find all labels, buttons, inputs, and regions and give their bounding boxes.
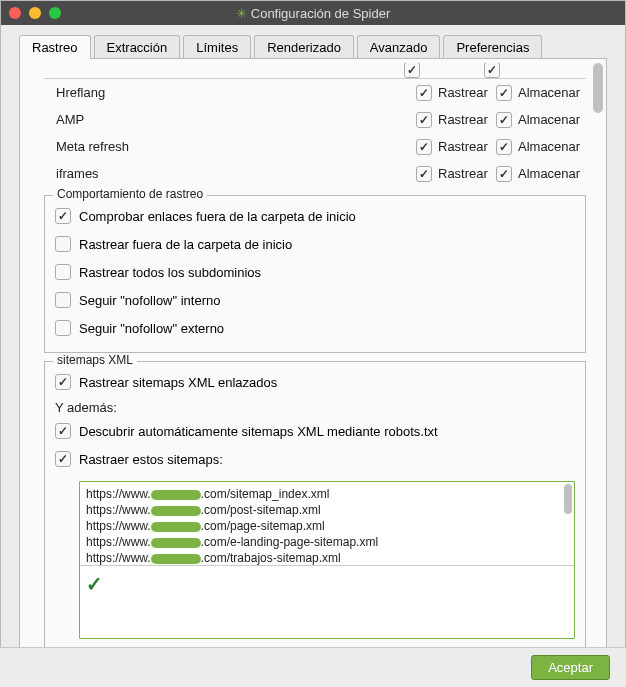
sitemap-url-list[interactable]: https://www..com/sitemap_index.xmlhttps:…	[80, 482, 574, 566]
checkbox-label: Rastrear fuera de la carpeta de inicio	[79, 237, 292, 252]
checkbox-label: Seguir "nofollow" externo	[79, 321, 224, 336]
rastrear-checkbox[interactable]	[416, 166, 432, 182]
almacenar-checkbox[interactable]	[496, 139, 512, 155]
checkbox[interactable]	[404, 63, 420, 78]
rastrear-checkbox[interactable]	[416, 85, 432, 101]
sitemap-url[interactable]: https://www..com/page-sitemap.xml	[86, 518, 568, 534]
link-type-row: HreflangRastrearAlmacenar	[56, 79, 588, 106]
cutoff-section: x	[44, 63, 586, 79]
behavior-checkbox[interactable]	[55, 320, 71, 336]
rastrear-label: Rastrear	[438, 166, 490, 181]
behavior-option-row: Comprobar enlaces fuera de la carpeta de…	[55, 202, 575, 230]
main-scrollbar[interactable]	[592, 63, 604, 647]
almacenar-label: Almacenar	[518, 85, 588, 100]
behavior-option-row: Seguir "nofollow" externo	[55, 314, 575, 342]
behavior-checkbox[interactable]	[55, 208, 71, 224]
link-type-label: Hreflang	[56, 85, 416, 100]
check-icon: ✓	[86, 573, 103, 595]
link-type-row: Meta refreshRastrearAlmacenar	[56, 133, 588, 160]
link-type-row: AMPRastrearAlmacenar	[56, 106, 588, 133]
fieldset-legend: Comportamiento de rastreo	[53, 187, 207, 201]
tab-renderizado[interactable]: Renderizado	[254, 35, 354, 59]
rastrear-label: Rastrear	[438, 139, 490, 154]
redacted-domain	[151, 506, 201, 516]
tab-rastreo[interactable]: Rastreo	[19, 35, 91, 59]
checkbox-label: Rastraer estos sitemaps:	[79, 452, 223, 467]
tab-avanzado[interactable]: Avanzado	[357, 35, 441, 59]
link-type-label: Meta refresh	[56, 139, 416, 154]
behavior-checkbox[interactable]	[55, 236, 71, 252]
accept-button[interactable]: Aceptar	[531, 655, 610, 680]
window-title: ✳Configuración de Spider	[236, 6, 390, 21]
sitemap-url[interactable]: https://www..com/post-sitemap.xml	[86, 502, 568, 518]
tab-extracción[interactable]: Extracción	[94, 35, 181, 59]
redacted-domain	[151, 538, 201, 548]
sitemap-url[interactable]: https://www..com/trabajos-sitemap.xml	[86, 550, 568, 566]
redacted-domain	[151, 490, 201, 500]
almacenar-label: Almacenar	[518, 112, 588, 127]
rastrear-label: Rastrear	[438, 85, 490, 100]
tab-límites[interactable]: Límites	[183, 35, 251, 59]
crawl-linked-sitemaps-checkbox[interactable]	[55, 374, 71, 390]
checkbox-label: Rastrear sitemaps XML enlazados	[79, 375, 277, 390]
tab-bar: RastreoExtracciónLímitesRenderizadoAvanz…	[1, 25, 625, 59]
dialog-footer: Aceptar	[0, 647, 626, 687]
sitemap-urls-box: https://www..com/sitemap_index.xmlhttps:…	[79, 481, 575, 639]
behavior-option-row: Seguir "nofollow" interno	[55, 286, 575, 314]
link-type-label: AMP	[56, 112, 416, 127]
sitemap-validation-area[interactable]: ✓	[80, 566, 574, 638]
fieldset-legend: sitemaps XML	[53, 353, 137, 367]
behavior-checkbox[interactable]	[55, 264, 71, 280]
behavior-option-row: Rastrear todos los subdominios	[55, 258, 575, 286]
minimize-window-icon[interactable]	[29, 7, 41, 19]
crawl-these-sitemaps-checkbox[interactable]	[55, 451, 71, 467]
almacenar-label: Almacenar	[518, 139, 588, 154]
checkbox-label: Seguir "nofollow" interno	[79, 293, 220, 308]
crawl-behavior-fieldset: Comportamiento de rastreo Comprobar enla…	[44, 195, 586, 353]
rastrear-label: Rastrear	[438, 112, 490, 127]
scrollbar[interactable]	[562, 484, 572, 563]
redacted-domain	[151, 554, 201, 564]
almacenar-checkbox[interactable]	[496, 112, 512, 128]
link-types-list: HreflangRastrearAlmacenarAMPRastrearAlma…	[20, 79, 590, 187]
discover-robots-checkbox[interactable]	[55, 423, 71, 439]
sitemaps-fieldset: sitemaps XML Rastrear sitemaps XML enlaz…	[44, 361, 586, 651]
checkbox-label: Comprobar enlaces fuera de la carpeta de…	[79, 209, 356, 224]
almacenar-label: Almacenar	[518, 166, 588, 181]
link-type-row: iframesRastrearAlmacenar	[56, 160, 588, 187]
scrollbar-thumb[interactable]	[564, 484, 572, 514]
traffic-lights	[9, 7, 61, 19]
rastrear-checkbox[interactable]	[416, 139, 432, 155]
almacenar-checkbox[interactable]	[496, 85, 512, 101]
sitemap-url[interactable]: https://www..com/sitemap_index.xml	[86, 486, 568, 502]
rastrear-checkbox[interactable]	[416, 112, 432, 128]
behavior-option-row: Rastrear fuera de la carpeta de inicio	[55, 230, 575, 258]
tab-preferencias[interactable]: Preferencias	[443, 35, 542, 59]
checkbox-label: Rastrear todos los subdominios	[79, 265, 261, 280]
also-label: Y además:	[55, 400, 575, 415]
sitemap-url[interactable]: https://www..com/e-landing-page-sitemap.…	[86, 534, 568, 550]
scrollbar-thumb[interactable]	[593, 63, 603, 113]
tab-content: x HreflangRastrearAlmacenarAMPRastrearAl…	[19, 58, 607, 652]
maximize-window-icon[interactable]	[49, 7, 61, 19]
close-window-icon[interactable]	[9, 7, 21, 19]
checkbox-label: Descubrir automáticamente sitemaps XML m…	[79, 424, 438, 439]
link-type-label: iframes	[56, 166, 416, 181]
behavior-checkbox[interactable]	[55, 292, 71, 308]
spider-icon: ✳	[236, 6, 247, 21]
window-titlebar: ✳Configuración de Spider	[1, 1, 625, 25]
checkbox[interactable]	[484, 63, 500, 78]
almacenar-checkbox[interactable]	[496, 166, 512, 182]
redacted-domain	[151, 522, 201, 532]
